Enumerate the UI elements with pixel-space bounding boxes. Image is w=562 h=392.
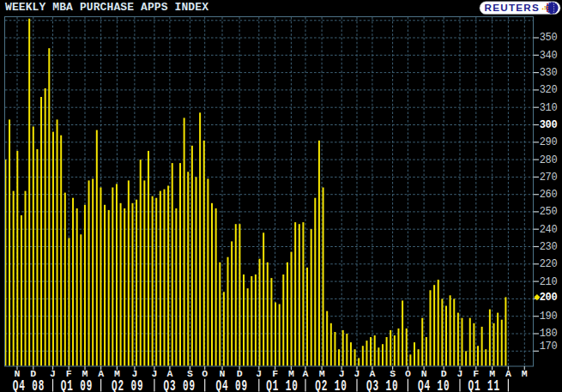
svg-text:A: A (98, 368, 104, 379)
svg-text:A: A (303, 368, 309, 379)
svg-text:230: 230 (540, 241, 558, 253)
svg-text:O: O (405, 368, 411, 379)
svg-text:Q1 11: Q1 11 (468, 378, 499, 392)
svg-text:REUTERS: REUTERS (485, 2, 541, 13)
svg-text:320: 320 (540, 84, 558, 96)
svg-text:200: 200 (540, 292, 558, 304)
svg-text:J: J (151, 368, 157, 379)
svg-text:M: M (522, 368, 528, 379)
svg-text:250: 250 (540, 206, 558, 218)
svg-text:WEEKLY MBA PURCHASE APPS INDEX: WEEKLY MBA PURCHASE APPS INDEX (5, 1, 208, 14)
svg-text:J: J (457, 368, 463, 379)
svg-text:Q1 09: Q1 09 (61, 378, 93, 392)
svg-text:Q2 09: Q2 09 (112, 378, 143, 392)
svg-text:Q1 10: Q1 10 (266, 378, 298, 392)
svg-text:J: J (354, 368, 360, 379)
svg-text:210: 210 (540, 276, 558, 288)
svg-text:Q4 08: Q4 08 (13, 378, 45, 392)
svg-text:Q4 09: Q4 09 (215, 378, 247, 392)
svg-text:330: 330 (540, 67, 558, 79)
svg-text:300: 300 (540, 119, 558, 131)
svg-text:J: J (256, 368, 262, 379)
svg-text:190: 190 (540, 311, 558, 323)
svg-text:Q3 10: Q3 10 (366, 378, 398, 392)
svg-text:240: 240 (540, 224, 558, 236)
svg-text:290: 290 (540, 136, 558, 148)
svg-text:340: 340 (540, 50, 558, 62)
svg-text:260: 260 (540, 189, 558, 201)
svg-text:350: 350 (540, 32, 558, 44)
svg-text:280: 280 (540, 154, 558, 166)
svg-text:220: 220 (540, 258, 558, 270)
svg-text:Q3 09: Q3 09 (164, 378, 196, 392)
svg-text:270: 270 (540, 172, 558, 184)
svg-text:Q4 10: Q4 10 (418, 378, 450, 392)
svg-text:J: J (50, 368, 56, 379)
svg-text:310: 310 (540, 102, 558, 114)
svg-text:O: O (202, 368, 208, 379)
svg-text:180: 180 (540, 328, 558, 340)
svg-text:170: 170 (540, 341, 558, 353)
svg-text:Q2 10: Q2 10 (315, 378, 347, 392)
svg-text:A: A (505, 368, 511, 379)
